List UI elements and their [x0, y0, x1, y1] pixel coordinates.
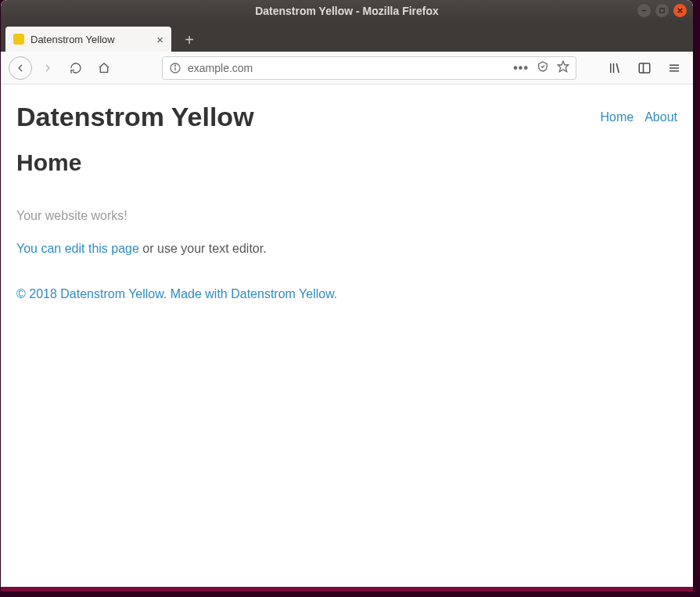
new-tab-button[interactable]: + [178, 28, 201, 52]
window-close-button[interactable] [673, 4, 687, 17]
nav-link-about[interactable]: About [644, 110, 677, 124]
url-input[interactable] [188, 62, 513, 74]
footer-madewith-link[interactable]: Made with Datenstrom Yellow. [171, 287, 337, 300]
svg-rect-1 [660, 9, 664, 13]
edit-paragraph: You can edit this page or use your text … [16, 242, 677, 256]
browser-toolbar: ••• [1, 52, 693, 85]
footer-copyright-link[interactable]: © 2018 Datenstrom Yellow. [16, 287, 167, 300]
back-button[interactable] [9, 56, 32, 80]
site-info-icon[interactable] [169, 62, 181, 74]
menu-icon[interactable] [663, 57, 685, 79]
address-bar[interactable]: ••• [162, 56, 576, 80]
page-footer: © 2018 Datenstrom Yellow. Made with Date… [16, 287, 677, 301]
library-icon[interactable] [604, 57, 626, 79]
svg-marker-7 [558, 61, 568, 71]
edit-page-link[interactable]: You can edit this page [16, 242, 139, 255]
reader-mode-icon[interactable] [537, 60, 549, 76]
home-button[interactable] [92, 56, 117, 81]
window-titlebar: Datenstrom Yellow - Mozilla Firefox [1, 0, 693, 22]
svg-rect-11 [639, 63, 650, 73]
bookmark-star-icon[interactable] [557, 60, 569, 76]
site-nav: Home About [601, 110, 678, 124]
edit-rest-text: or use your text editor. [139, 242, 267, 255]
window-maximize-button[interactable] [655, 4, 669, 17]
window-title: Datenstrom Yellow - Mozilla Firefox [255, 5, 439, 17]
tab-close-icon[interactable]: × [156, 34, 163, 45]
sidebar-icon[interactable] [634, 57, 655, 79]
page-content: Datenstrom Yellow Home About Home Your w… [1, 85, 693, 587]
intro-text: Your website works! [16, 209, 677, 223]
favicon-icon [13, 34, 24, 45]
reload-button[interactable] [63, 56, 88, 81]
browser-tab-active[interactable]: Datenstrom Yellow × [5, 27, 171, 52]
window-minimize-button[interactable] [637, 4, 651, 17]
svg-line-10 [616, 63, 619, 73]
forward-button[interactable] [35, 56, 60, 81]
svg-point-6 [174, 65, 175, 66]
page-heading: Home [16, 149, 677, 176]
tab-label: Datenstrom Yellow [31, 34, 115, 45]
desktop-edge [1, 587, 693, 592]
tab-strip: Datenstrom Yellow × + [1, 22, 693, 52]
site-title: Datenstrom Yellow [16, 102, 254, 132]
nav-link-home[interactable]: Home [601, 110, 634, 124]
page-actions-icon[interactable]: ••• [513, 61, 529, 75]
